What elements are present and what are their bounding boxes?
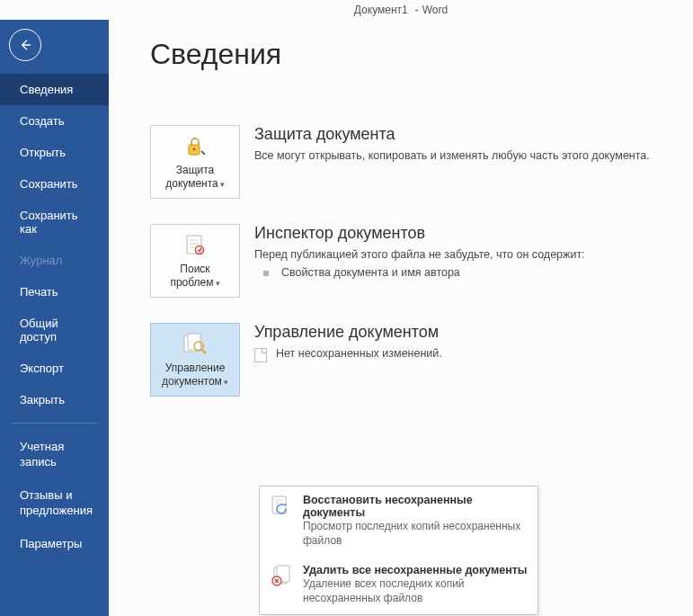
nav-close[interactable]: Закрыть xyxy=(0,384,109,415)
protect-title: Защита документа xyxy=(254,125,684,144)
protect-desc: Все могут открывать, копировать и изменя… xyxy=(254,149,684,162)
protect-document-button[interactable]: Защита документа▾ xyxy=(150,125,240,199)
back-button[interactable] xyxy=(9,29,41,61)
nav-save[interactable]: Сохранить xyxy=(0,168,109,200)
bullet-icon xyxy=(263,271,269,276)
recover-desc: Просмотр последних копий несохраненных ф… xyxy=(303,520,529,548)
svg-point-2 xyxy=(202,152,204,154)
delete-title: Удалить все несохраненные документы xyxy=(303,564,529,576)
delete-desc: Удаление всех последних копий несохранен… xyxy=(303,577,529,605)
nav-print[interactable]: Печать xyxy=(0,276,109,308)
recover-unsaved-item[interactable]: Восстановить несохраненные документы Про… xyxy=(260,487,538,557)
document-icon xyxy=(254,348,267,362)
protect-section: Защита документа▾ Защита документа Все м… xyxy=(150,125,684,199)
nav-account[interactable]: Учетная запись xyxy=(0,431,109,479)
manage-none-row: Нет несохраненных изменений. xyxy=(254,347,684,362)
manage-icon xyxy=(182,331,208,358)
recover-icon xyxy=(269,494,294,519)
nav-options[interactable]: Параметры xyxy=(0,528,109,559)
nav-info[interactable]: Сведения xyxy=(0,74,109,105)
chevron-down-icon: ▾ xyxy=(224,378,228,387)
nav-new[interactable]: Создать xyxy=(0,105,109,137)
manage-document-menu: Восстановить несохраненные документы Про… xyxy=(259,486,538,615)
manage-title: Управление документом xyxy=(254,323,684,342)
nav-history: Журнал xyxy=(0,245,109,276)
delete-unsaved-item[interactable]: Удалить все несохраненные документы Удал… xyxy=(260,557,538,614)
inspect-bullet: Свойства документа и имя автора xyxy=(254,266,684,279)
app-name: Word xyxy=(422,4,448,16)
nav-open[interactable]: Открыть xyxy=(0,137,109,168)
page-title: Сведения xyxy=(150,38,684,71)
doc-name: Документ1 xyxy=(354,4,408,16)
nav-export[interactable]: Экспорт xyxy=(0,353,109,384)
chevron-down-icon: ▾ xyxy=(216,279,220,288)
check-issues-button[interactable]: Поиск проблем▾ xyxy=(150,224,240,298)
title-separator: - xyxy=(415,4,419,16)
inspect-section: Поиск проблем▾ Инспектор документов Пере… xyxy=(150,224,684,298)
nav-feedback[interactable]: Отзывы и предложения xyxy=(0,479,109,528)
delete-icon xyxy=(269,564,294,589)
back-arrow-icon xyxy=(18,38,32,52)
titlebar: Документ1 - Word xyxy=(0,0,693,20)
nav-divider xyxy=(11,423,98,424)
recover-title: Восстановить несохраненные документы xyxy=(303,494,529,519)
chevron-down-icon: ▾ xyxy=(220,180,225,189)
inspect-icon xyxy=(184,232,206,259)
svg-point-1 xyxy=(193,148,196,151)
backstage-sidebar: Сведения Создать Открыть Сохранить Сохра… xyxy=(0,20,109,616)
nav-save-as[interactable]: Сохранить как xyxy=(0,200,109,245)
lock-icon xyxy=(183,133,207,160)
nav-share[interactable]: Общий доступ xyxy=(0,308,109,353)
inspect-title: Инспектор документов xyxy=(254,224,684,243)
inspect-desc: Перед публикацией этого файла не забудьт… xyxy=(254,248,684,261)
manage-document-button[interactable]: Управление документом▾ xyxy=(150,323,240,397)
manage-section: Управление документом▾ Управление докуме… xyxy=(150,323,684,397)
content-pane: Сведения Защита документа▾ xyxy=(109,20,693,616)
